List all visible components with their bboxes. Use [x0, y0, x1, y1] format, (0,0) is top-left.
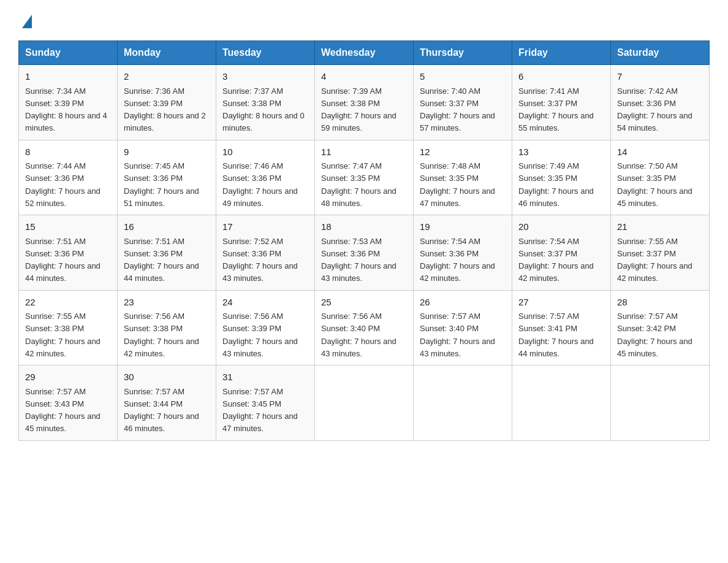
day-number: 29 — [25, 370, 111, 385]
day-info: Sunrise: 7:42 AMSunset: 3:36 PMDaylight:… — [617, 86, 692, 133]
day-number: 4 — [321, 70, 407, 84]
weekday-header-monday: Monday — [118, 41, 216, 65]
logo-triangle-icon — [22, 15, 32, 28]
day-number: 13 — [518, 145, 604, 159]
calendar-table: SundayMondayTuesdayWednesdayThursdayFrid… — [18, 40, 710, 441]
week-row-1: 1 Sunrise: 7:34 AMSunset: 3:39 PMDayligh… — [19, 65, 710, 140]
weekday-header-sunday: Sunday — [19, 41, 118, 65]
day-cell-12: 12 Sunrise: 7:48 AMSunset: 3:35 PMDaylig… — [414, 140, 512, 215]
day-number: 16 — [124, 220, 210, 234]
day-cell-24: 24 Sunrise: 7:56 AMSunset: 3:39 PMDaylig… — [216, 290, 315, 366]
day-cell-23: 23 Sunrise: 7:56 AMSunset: 3:38 PMDaylig… — [118, 290, 216, 366]
day-info: Sunrise: 7:52 AMSunset: 3:36 PMDaylight:… — [222, 237, 298, 283]
day-number: 30 — [124, 370, 210, 385]
day-cell-21: 21 Sunrise: 7:55 AMSunset: 3:37 PMDaylig… — [611, 215, 710, 291]
day-number: 9 — [124, 145, 210, 159]
day-number: 17 — [222, 220, 308, 234]
day-info: Sunrise: 7:39 AMSunset: 3:38 PMDaylight:… — [321, 86, 396, 133]
day-cell-26: 26 Sunrise: 7:57 AMSunset: 3:40 PMDaylig… — [414, 290, 512, 366]
day-info: Sunrise: 7:54 AMSunset: 3:37 PMDaylight:… — [518, 237, 594, 283]
weekday-header-row: SundayMondayTuesdayWednesdayThursdayFrid… — [19, 41, 710, 65]
day-cell-13: 13 Sunrise: 7:49 AMSunset: 3:35 PMDaylig… — [512, 140, 611, 215]
day-cell-4: 4 Sunrise: 7:39 AMSunset: 3:38 PMDayligh… — [315, 65, 414, 140]
day-info: Sunrise: 7:45 AMSunset: 3:36 PMDaylight:… — [124, 161, 199, 208]
day-info: Sunrise: 7:46 AMSunset: 3:36 PMDaylight:… — [222, 161, 298, 208]
day-number: 3 — [222, 70, 308, 84]
day-number: 15 — [25, 220, 111, 234]
day-number: 18 — [321, 220, 407, 234]
day-info: Sunrise: 7:56 AMSunset: 3:40 PMDaylight:… — [321, 312, 396, 358]
day-info: Sunrise: 7:48 AMSunset: 3:35 PMDaylight:… — [420, 161, 495, 208]
day-cell-8: 8 Sunrise: 7:44 AMSunset: 3:36 PMDayligh… — [19, 140, 118, 215]
day-cell-1: 1 Sunrise: 7:34 AMSunset: 3:39 PMDayligh… — [19, 65, 118, 140]
day-info: Sunrise: 7:36 AMSunset: 3:39 PMDaylight:… — [124, 86, 206, 133]
day-info: Sunrise: 7:51 AMSunset: 3:36 PMDaylight:… — [25, 237, 100, 283]
weekday-header-thursday: Thursday — [414, 41, 512, 65]
day-info: Sunrise: 7:54 AMSunset: 3:36 PMDaylight:… — [420, 237, 495, 283]
day-number: 11 — [321, 145, 407, 159]
day-cell-16: 16 Sunrise: 7:51 AMSunset: 3:36 PMDaylig… — [118, 215, 216, 291]
day-info: Sunrise: 7:55 AMSunset: 3:37 PMDaylight:… — [617, 237, 692, 283]
day-cell-28: 28 Sunrise: 7:57 AMSunset: 3:42 PMDaylig… — [611, 290, 710, 366]
day-info: Sunrise: 7:51 AMSunset: 3:36 PMDaylight:… — [124, 237, 199, 283]
day-number: 6 — [518, 70, 604, 84]
weekday-header-wednesday: Wednesday — [315, 41, 414, 65]
day-info: Sunrise: 7:37 AMSunset: 3:38 PMDaylight:… — [222, 86, 305, 133]
day-number: 5 — [420, 70, 506, 84]
logo — [18, 12, 32, 28]
page-header — [18, 12, 710, 28]
weekday-header-saturday: Saturday — [611, 41, 710, 65]
day-info: Sunrise: 7:57 AMSunset: 3:44 PMDaylight:… — [124, 387, 199, 434]
day-number: 23 — [124, 296, 210, 310]
day-number: 27 — [518, 296, 604, 310]
day-number: 31 — [222, 370, 308, 385]
empty-cell — [414, 366, 512, 441]
day-number: 24 — [222, 296, 308, 310]
week-row-4: 22 Sunrise: 7:55 AMSunset: 3:38 PMDaylig… — [19, 290, 710, 366]
day-cell-11: 11 Sunrise: 7:47 AMSunset: 3:35 PMDaylig… — [315, 140, 414, 215]
day-number: 7 — [617, 70, 703, 84]
day-info: Sunrise: 7:57 AMSunset: 3:41 PMDaylight:… — [518, 312, 594, 358]
day-info: Sunrise: 7:57 AMSunset: 3:42 PMDaylight:… — [617, 312, 692, 358]
week-row-3: 15 Sunrise: 7:51 AMSunset: 3:36 PMDaylig… — [19, 215, 710, 291]
day-number: 28 — [617, 296, 703, 310]
week-row-5: 29 Sunrise: 7:57 AMSunset: 3:43 PMDaylig… — [19, 366, 710, 441]
day-cell-30: 30 Sunrise: 7:57 AMSunset: 3:44 PMDaylig… — [118, 366, 216, 441]
day-number: 12 — [420, 145, 506, 159]
day-cell-31: 31 Sunrise: 7:57 AMSunset: 3:45 PMDaylig… — [216, 366, 315, 441]
day-info: Sunrise: 7:56 AMSunset: 3:38 PMDaylight:… — [124, 312, 199, 358]
day-cell-22: 22 Sunrise: 7:55 AMSunset: 3:38 PMDaylig… — [19, 290, 118, 366]
day-cell-9: 9 Sunrise: 7:45 AMSunset: 3:36 PMDayligh… — [118, 140, 216, 215]
day-cell-15: 15 Sunrise: 7:51 AMSunset: 3:36 PMDaylig… — [19, 215, 118, 291]
day-info: Sunrise: 7:47 AMSunset: 3:35 PMDaylight:… — [321, 161, 396, 208]
day-cell-5: 5 Sunrise: 7:40 AMSunset: 3:37 PMDayligh… — [414, 65, 512, 140]
day-number: 22 — [25, 296, 111, 310]
empty-cell — [315, 366, 414, 441]
day-number: 26 — [420, 296, 506, 310]
day-number: 25 — [321, 296, 407, 310]
day-cell-25: 25 Sunrise: 7:56 AMSunset: 3:40 PMDaylig… — [315, 290, 414, 366]
day-number: 10 — [222, 145, 308, 159]
day-cell-19: 19 Sunrise: 7:54 AMSunset: 3:36 PMDaylig… — [414, 215, 512, 291]
day-cell-20: 20 Sunrise: 7:54 AMSunset: 3:37 PMDaylig… — [512, 215, 611, 291]
day-info: Sunrise: 7:57 AMSunset: 3:45 PMDaylight:… — [222, 387, 298, 434]
day-info: Sunrise: 7:57 AMSunset: 3:43 PMDaylight:… — [25, 387, 100, 434]
weekday-header-tuesday: Tuesday — [216, 41, 315, 65]
day-cell-7: 7 Sunrise: 7:42 AMSunset: 3:36 PMDayligh… — [611, 65, 710, 140]
week-row-2: 8 Sunrise: 7:44 AMSunset: 3:36 PMDayligh… — [19, 140, 710, 215]
day-cell-6: 6 Sunrise: 7:41 AMSunset: 3:37 PMDayligh… — [512, 65, 611, 140]
day-cell-18: 18 Sunrise: 7:53 AMSunset: 3:36 PMDaylig… — [315, 215, 414, 291]
day-info: Sunrise: 7:50 AMSunset: 3:35 PMDaylight:… — [617, 161, 692, 208]
day-cell-2: 2 Sunrise: 7:36 AMSunset: 3:39 PMDayligh… — [118, 65, 216, 140]
day-cell-29: 29 Sunrise: 7:57 AMSunset: 3:43 PMDaylig… — [19, 366, 118, 441]
day-cell-14: 14 Sunrise: 7:50 AMSunset: 3:35 PMDaylig… — [611, 140, 710, 215]
day-info: Sunrise: 7:56 AMSunset: 3:39 PMDaylight:… — [222, 312, 298, 358]
day-cell-27: 27 Sunrise: 7:57 AMSunset: 3:41 PMDaylig… — [512, 290, 611, 366]
day-info: Sunrise: 7:41 AMSunset: 3:37 PMDaylight:… — [518, 86, 594, 133]
day-info: Sunrise: 7:53 AMSunset: 3:36 PMDaylight:… — [321, 237, 396, 283]
day-number: 1 — [25, 70, 111, 84]
day-number: 21 — [617, 220, 703, 234]
day-cell-3: 3 Sunrise: 7:37 AMSunset: 3:38 PMDayligh… — [216, 65, 315, 140]
day-cell-17: 17 Sunrise: 7:52 AMSunset: 3:36 PMDaylig… — [216, 215, 315, 291]
day-number: 8 — [25, 145, 111, 159]
